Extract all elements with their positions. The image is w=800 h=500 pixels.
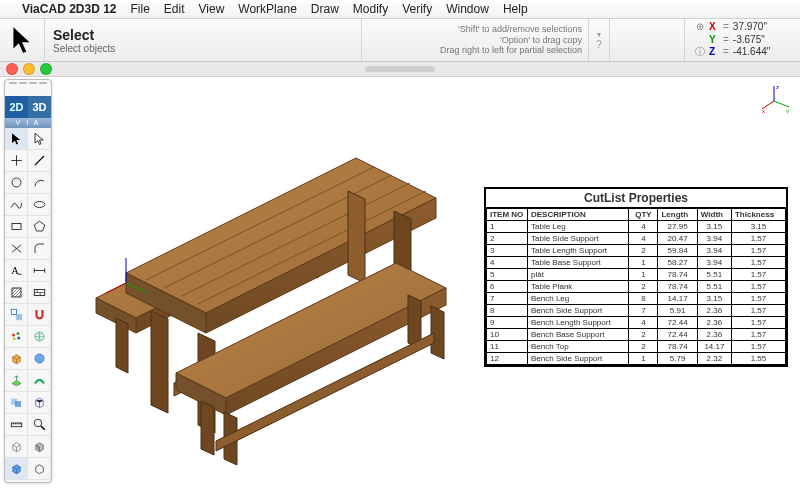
rectangle-tool[interactable] xyxy=(5,216,28,238)
palette-grip-icon[interactable] xyxy=(5,80,51,96)
line-tool[interactable] xyxy=(28,150,51,172)
window-minimize-button[interactable] xyxy=(23,63,35,75)
menu-file[interactable]: File xyxy=(131,2,150,16)
mode-3d-button[interactable]: 3D xyxy=(28,96,51,118)
arc-tool[interactable] xyxy=(28,172,51,194)
fillet-tool[interactable] xyxy=(28,238,51,260)
table-cell: 1.57 xyxy=(731,281,785,293)
table-cell: 3.15 xyxy=(697,293,731,305)
table-cell: 2.36 xyxy=(697,317,731,329)
table-cell: 78.74 xyxy=(658,281,697,293)
table-cell: 2.32 xyxy=(697,353,731,365)
shell-tool[interactable] xyxy=(28,392,51,414)
sphere-tool[interactable] xyxy=(28,348,51,370)
menu-view[interactable]: View xyxy=(199,2,225,16)
table-cell: 4 xyxy=(629,233,658,245)
table-cell: 1 xyxy=(629,257,658,269)
paint-tool[interactable] xyxy=(5,326,28,348)
svg-marker-28 xyxy=(116,318,128,373)
tool-info-bar: Select Select objects 'Shift' to add/rem… xyxy=(0,19,800,62)
boolean-tool[interactable] xyxy=(5,392,28,414)
dimension-tool[interactable] xyxy=(28,260,51,282)
app-menu[interactable]: ViaCAD 2D3D 12 xyxy=(22,2,117,16)
wall-tool[interactable] xyxy=(28,282,51,304)
tool-tips: 'Shift' to add/remove selections 'Option… xyxy=(362,19,589,61)
table-cell: 3.94 xyxy=(697,233,731,245)
menu-edit[interactable]: Edit xyxy=(164,2,185,16)
table-cell: 59.84 xyxy=(658,245,697,257)
table-cell: 5.91 xyxy=(658,305,697,317)
svg-marker-45 xyxy=(201,401,214,455)
ellipse-tool[interactable] xyxy=(28,194,51,216)
table-row: 2Table Side Support420.473.941.57 xyxy=(487,233,786,245)
tool-title: Select xyxy=(53,27,353,43)
viewport-3d[interactable] xyxy=(56,83,476,483)
menu-window[interactable]: Window xyxy=(446,2,489,16)
select-tool[interactable] xyxy=(5,128,28,150)
axis-gizmo[interactable]: z y x xyxy=(762,83,792,113)
text-tool[interactable]: A xyxy=(5,260,28,282)
workspace[interactable]: 2D 3D V I A A xyxy=(0,77,800,500)
table-cell: Bench Base Support xyxy=(528,329,629,341)
trim-tool[interactable] xyxy=(5,238,28,260)
zoom-tool[interactable] xyxy=(28,414,51,436)
table-cell: 8 xyxy=(629,293,658,305)
window-drag-handle[interactable] xyxy=(365,66,435,72)
table-cell: 72.44 xyxy=(658,329,697,341)
menu-modify[interactable]: Modify xyxy=(353,2,388,16)
y-axis-label: y xyxy=(786,108,789,113)
primitive-tool[interactable] xyxy=(5,348,28,370)
svg-point-15 xyxy=(16,332,19,335)
table-cell: 1 xyxy=(629,353,658,365)
wireframe-view[interactable] xyxy=(5,436,28,458)
coordinate-readout: ⊕X=37.970" Y=-3.675" ⓘZ=-41.644" xyxy=(684,19,800,61)
table-cell: Bench Side Support xyxy=(528,305,629,317)
mode-toggle[interactable]: 2D 3D xyxy=(5,96,51,118)
select-lasso-tool[interactable] xyxy=(28,128,51,150)
mode-2d-button[interactable]: 2D xyxy=(5,96,28,118)
svg-marker-37 xyxy=(151,311,168,413)
polygon-tool[interactable] xyxy=(28,216,51,238)
window-titlebar[interactable] xyxy=(0,62,800,77)
extrude-tool[interactable] xyxy=(5,370,28,392)
render-view[interactable] xyxy=(5,458,28,480)
svg-point-14 xyxy=(12,334,15,337)
isometric-view[interactable] xyxy=(28,458,51,480)
table-cell: 7 xyxy=(487,293,528,305)
svg-marker-6 xyxy=(34,221,45,231)
table-cell: 1.57 xyxy=(731,293,785,305)
magnet-tool[interactable] xyxy=(28,304,51,326)
menu-workplane[interactable]: WorkPlane xyxy=(238,2,296,16)
table-cell: 3.15 xyxy=(697,221,731,233)
transform-tool[interactable] xyxy=(5,304,28,326)
table-cell: 14.17 xyxy=(697,341,731,353)
sweep-tool[interactable] xyxy=(28,370,51,392)
spline-tool[interactable] xyxy=(5,194,28,216)
table-row: 6Table Plank278.745.511.57 xyxy=(487,281,786,293)
help-toggle[interactable]: ▾ ? xyxy=(589,19,610,61)
col-width: Width xyxy=(697,209,731,221)
table-cell: Bench Leg xyxy=(528,293,629,305)
table-cell: 4 xyxy=(629,317,658,329)
shaded-view[interactable] xyxy=(28,436,51,458)
circle-tool[interactable] xyxy=(5,172,28,194)
window-close-button[interactable] xyxy=(6,63,18,75)
table-cell: Table Plank xyxy=(528,281,629,293)
svg-point-16 xyxy=(17,337,20,340)
svg-marker-40 xyxy=(348,191,365,283)
svg-point-4 xyxy=(34,202,45,208)
table-cell: Bench Top xyxy=(528,341,629,353)
menu-help[interactable]: Help xyxy=(503,2,528,16)
svg-rect-21 xyxy=(15,401,21,407)
menu-draw[interactable]: Draw xyxy=(311,2,339,16)
menu-verify[interactable]: Verify xyxy=(402,2,432,16)
hatch-tool[interactable] xyxy=(5,282,28,304)
tool-palette[interactable]: 2D 3D V I A A xyxy=(4,79,52,483)
globe-tool[interactable] xyxy=(28,326,51,348)
table-cell: 1.57 xyxy=(731,317,785,329)
measure-tool[interactable] xyxy=(5,414,28,436)
window-zoom-button[interactable] xyxy=(40,63,52,75)
table-row: 7Bench Leg814.173.151.57 xyxy=(487,293,786,305)
point-tool[interactable] xyxy=(5,150,28,172)
table-cell: 4 xyxy=(487,257,528,269)
